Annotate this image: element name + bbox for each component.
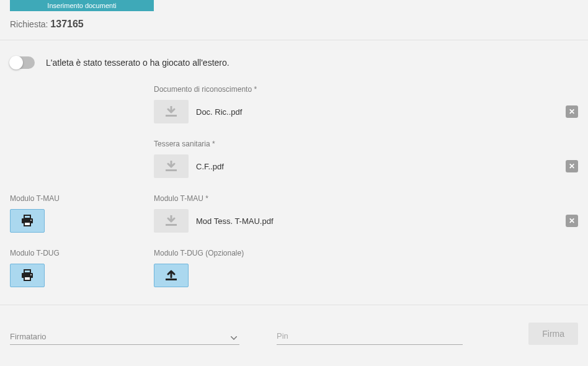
firma-button[interactable]: Firma xyxy=(528,323,578,345)
tessera-sanitaria-filename: C.F..pdf xyxy=(196,162,558,171)
printer-icon xyxy=(20,269,34,282)
pin-input[interactable] xyxy=(277,328,463,345)
toggle-knob xyxy=(9,56,23,69)
svg-rect-0 xyxy=(166,115,177,117)
print-tmau-button[interactable] xyxy=(10,209,45,233)
firmatario-field[interactable]: Firmatario xyxy=(10,328,239,345)
printer-icon xyxy=(20,215,34,227)
remove-doc-riconoscimento-button[interactable]: ✕ xyxy=(566,105,578,118)
upload-icon xyxy=(164,270,178,281)
doc-riconoscimento-filename: Doc. Ric..pdf xyxy=(196,107,558,117)
remove-tessera-sanitaria-button[interactable]: ✕ xyxy=(566,160,578,172)
svg-rect-7 xyxy=(24,270,30,273)
close-icon: ✕ xyxy=(569,216,575,225)
download-doc-riconoscimento-button[interactable] xyxy=(154,100,189,123)
pin-field[interactable] xyxy=(277,328,463,345)
page-banner: Inserimento documenti xyxy=(10,0,154,11)
tmau-filename: Mod Tess. T-MAU.pdf xyxy=(196,216,558,226)
svg-rect-6 xyxy=(166,224,177,226)
tdug-right-label: Modulo T-DUG (Opzionale) xyxy=(154,249,578,257)
svg-rect-1 xyxy=(166,169,177,171)
svg-rect-4 xyxy=(24,222,30,226)
download-icon xyxy=(164,106,178,117)
svg-rect-11 xyxy=(166,279,177,280)
doc-riconoscimento-label: Documento di riconoscimento * xyxy=(154,85,578,94)
abroad-toggle[interactable] xyxy=(10,56,35,69)
svg-point-5 xyxy=(30,220,32,221)
request-number: 137165 xyxy=(50,19,83,29)
print-tdug-button[interactable] xyxy=(10,264,45,287)
upload-tdug-button[interactable] xyxy=(154,264,189,287)
download-icon xyxy=(164,215,178,226)
firmatario-select[interactable] xyxy=(10,328,239,345)
download-tessera-sanitaria-button[interactable] xyxy=(154,154,189,178)
close-icon: ✕ xyxy=(569,107,575,116)
abroad-toggle-label: L'atleta è stato tesserato o ha giocato … xyxy=(46,58,229,68)
tessera-sanitaria-label: Tessera sanitaria * xyxy=(154,140,578,148)
tdug-left-label: Modulo T-DUG xyxy=(10,249,154,257)
tmau-right-label: Modulo T-MAU * xyxy=(154,194,578,203)
remove-tmau-button[interactable]: ✕ xyxy=(566,215,578,227)
close-icon: ✕ xyxy=(569,162,575,171)
download-tmau-button[interactable] xyxy=(154,209,189,233)
request-row: Richiesta: 137165 xyxy=(0,11,588,40)
tmau-left-label: Modulo T-MAU xyxy=(10,194,154,203)
svg-rect-2 xyxy=(24,215,30,218)
svg-point-10 xyxy=(30,274,32,275)
svg-rect-9 xyxy=(24,277,30,280)
download-icon xyxy=(164,161,178,172)
request-label: Richiesta: xyxy=(10,19,48,29)
